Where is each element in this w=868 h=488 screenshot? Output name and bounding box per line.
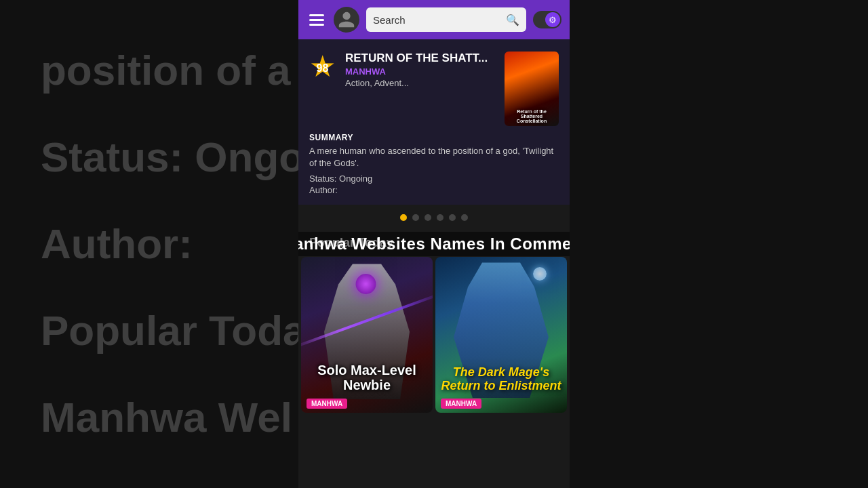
dot-5[interactable] xyxy=(449,214,456,221)
featured-genres: Action, Advent... xyxy=(345,78,495,88)
dot-3[interactable] xyxy=(425,214,431,221)
cover-inner: Return of the Shattered Constellation xyxy=(505,52,559,126)
toggle-knob: ⚙ xyxy=(545,12,560,27)
search-input[interactable] xyxy=(373,14,506,26)
featured-card: ★ 98 RETURN OF THE SHATT... MANHWA Actio… xyxy=(298,39,570,205)
author-text: Author: xyxy=(309,185,559,195)
app-container: 🔍 ⚙ ★ 98 RETURN OF THE SHATT... MANHWA A… xyxy=(298,0,570,488)
summary-label: SUMMARY xyxy=(309,133,559,142)
user-icon xyxy=(337,10,356,29)
popular-section: Popular Today Solo Max-Level Newbie MANH… xyxy=(298,230,570,488)
cover-thumbnail[interactable]: Return of the Shattered Constellation xyxy=(505,52,559,126)
pagination-dots xyxy=(298,205,570,230)
manga-title-1: Solo Max-Level Newbie xyxy=(301,363,433,392)
featured-top: ★ 98 RETURN OF THE SHATT... MANHWA Actio… xyxy=(309,52,559,126)
gear-icon: ⚙ xyxy=(549,15,557,25)
popular-title: Popular Today xyxy=(309,236,559,250)
cover-label: Return of the Shattered Constellation xyxy=(507,109,556,123)
manga-card-2[interactable]: The Dark Mage's Return to Enlistment MAN… xyxy=(435,257,567,413)
manga-badge-2: MANHWA xyxy=(441,399,481,409)
featured-type: MANHWA xyxy=(345,66,495,77)
search-bar[interactable]: 🔍 xyxy=(366,7,526,32)
menu-button[interactable] xyxy=(307,12,327,28)
summary-section: SUMMARY A mere human who ascended to the… xyxy=(309,133,559,195)
status-text: Status: Ongoing xyxy=(309,174,559,184)
dot-6[interactable] xyxy=(461,214,468,221)
dot-4[interactable] xyxy=(437,214,443,221)
manga-card-1[interactable]: Solo Max-Level Newbie MANHWA xyxy=(301,257,433,413)
featured-title[interactable]: RETURN OF THE SHATT... xyxy=(345,52,495,65)
popular-header: Popular Today xyxy=(298,230,570,257)
manga-badge-1: MANHWA xyxy=(307,399,347,409)
search-icon: 🔍 xyxy=(506,14,519,26)
avatar[interactable] xyxy=(334,7,359,33)
settings-toggle[interactable]: ⚙ xyxy=(533,11,561,28)
dot-2[interactable] xyxy=(412,214,419,221)
dot-1[interactable] xyxy=(400,214,407,221)
featured-info: RETURN OF THE SHATT... MANHWA Action, Ad… xyxy=(345,52,495,88)
manga-grid: Solo Max-Level Newbie MANHWA The Dark Ma… xyxy=(298,257,570,413)
rating-badge: ★ 98 xyxy=(309,52,336,75)
manga-title-2: The Dark Mage's Return to Enlistment xyxy=(435,366,567,393)
rating-number: 98 xyxy=(317,62,329,75)
header: 🔍 ⚙ xyxy=(298,0,570,39)
summary-text: A mere human who ascended to the positio… xyxy=(309,145,559,169)
